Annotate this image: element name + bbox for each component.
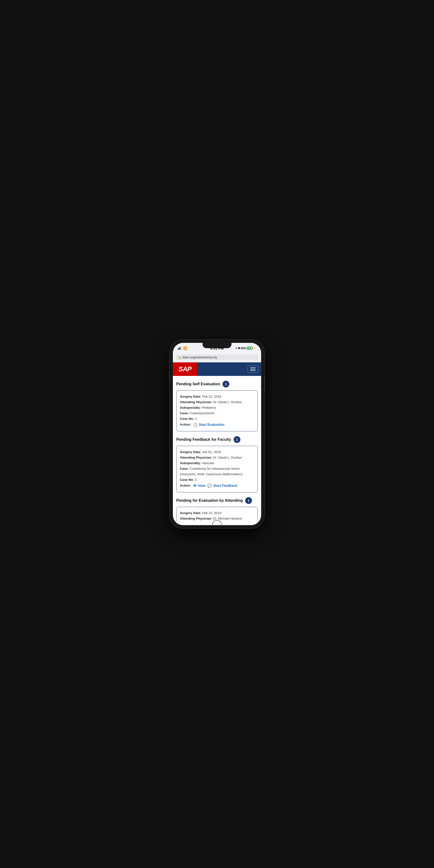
case-value-1: Craniosynostosis [190, 411, 215, 415]
start-evaluation-text: Start Evaluation [199, 422, 225, 428]
field-subspecialty-2: Subspecialty: Vascular [180, 461, 254, 466]
logo-text: SAP [179, 365, 192, 373]
surgery-date-label-3: Surgery Date: [180, 511, 201, 515]
case-label-2: Case: [180, 467, 189, 470]
attending-value-2: Dr. David L. Dunbar [213, 456, 242, 459]
section-title-feedback-faculty: Pending Feedback for Faculty [176, 437, 231, 442]
home-area [173, 522, 261, 525]
status-time: 4:01 PM [210, 346, 224, 350]
field-case-2: Case: Craniotomy for intravascular lesio… [180, 466, 254, 477]
section-header-self-eval: Pending Self Evaluation 1 [176, 381, 258, 388]
url-text: duke.surgicalautonomy.org [182, 355, 217, 359]
field-surgery-date-3: Surgery Date: Feb 22, 2019 [180, 510, 254, 516]
case-no-value-1: 2 [195, 417, 197, 421]
location-icon: ↗ [235, 347, 237, 350]
sap-logo[interactable]: SAP [173, 362, 197, 376]
badge-feedback-faculty: 1 [234, 436, 240, 443]
phone-screen: 📶 4:01 PM ↗ ✱ 82% ⚡ 🔒 duke.surgicalauton… [173, 343, 261, 525]
surgery-date-value-2: Jan 01, 2019 [202, 450, 221, 454]
attending-value-1: Dr. David L. Dunbar [213, 400, 242, 404]
field-surgery-date-2: Surgery Date: Jan 01, 2019 [180, 450, 254, 455]
status-left: 📶 [178, 346, 187, 350]
battery-fill [247, 347, 251, 349]
surgery-date-label-1: Surgery Date: [180, 395, 201, 398]
field-case-no-1: Case No: 2 [180, 416, 254, 422]
action-label-2: Action: [180, 483, 191, 489]
subspecialty-label-2: Subspecialty: [180, 461, 201, 465]
badge-self-eval: 1 [222, 381, 229, 388]
section-title-eval-attending: Pending for Evaluation by Attending [176, 498, 243, 503]
hamburger-line-3 [250, 370, 255, 371]
card-feedback-faculty: Surgery Date: Jan 01, 2019 Attending Phy… [176, 446, 258, 492]
action-label-1: Action: [180, 422, 191, 428]
surgery-date-value-1: Feb 22, 2019 [202, 395, 221, 398]
case-no-label-1: Case No: [180, 417, 194, 421]
nav-bar: SAP [173, 362, 261, 376]
url-bar: 🔒 duke.surgicalautonomy.org [173, 353, 261, 362]
view-icon: 👁 [193, 483, 197, 489]
subspecialty-value-1: Pediatrics [202, 406, 216, 409]
feedback-icon: 💬 [207, 483, 212, 489]
action-row-2: Action: 👁 View 💬 Start Feedback [180, 483, 254, 489]
view-text: View [198, 483, 206, 489]
wifi-icon: 📶 [183, 346, 187, 350]
battery-icon [247, 347, 252, 350]
status-right: ↗ ✱ 82% ⚡ [235, 347, 256, 350]
attending-label-3: Attending Physician: [180, 517, 212, 520]
view-link[interactable]: 👁 View [193, 483, 206, 489]
field-attending-2: Attending Physician: Dr. David L. Dunbar [180, 455, 254, 461]
case-label-1: Case: [180, 411, 189, 415]
badge-eval-attending: 1 [245, 497, 252, 504]
section-header-feedback-faculty: Pending Feedback for Faculty 1 [176, 436, 258, 443]
main-content: Pending Self Evaluation 1 Surgery Date: … [173, 376, 261, 522]
phone-frame: 📶 4:01 PM ↗ ✱ 82% ⚡ 🔒 duke.surgicalauton… [170, 340, 264, 528]
field-attending-1: Attending Physician: Dr. David L. Dunbar [180, 400, 254, 405]
battery-percent: 82% [241, 347, 246, 350]
field-case-no-2: Case No: 2 [180, 477, 254, 483]
status-bar: 📶 4:01 PM ↗ ✱ 82% ⚡ [173, 343, 261, 353]
hamburger-line-1 [250, 368, 255, 368]
section-title-self-eval: Pending Self Evaluation [176, 382, 220, 386]
start-evaluation-link[interactable]: 📋 Start Evaluation [193, 422, 225, 428]
field-subspecialty-1: Subspecialty: Pediatrics [180, 405, 254, 411]
lock-icon: 🔒 [178, 356, 181, 359]
field-surgery-date-1: Surgery Date: Feb 22, 2019 [180, 394, 254, 400]
subspecialty-label-1: Subspecialty: [180, 406, 201, 409]
url-bar-inner[interactable]: 🔒 duke.surgicalautonomy.org [176, 354, 258, 360]
start-feedback-link[interactable]: 💬 Start Feedback [207, 483, 237, 489]
hamburger-menu-button[interactable] [248, 365, 258, 373]
hamburger-line-2 [250, 369, 255, 369]
start-feedback-text: Start Feedback [213, 483, 237, 489]
case-no-value-2: 2 [195, 478, 197, 482]
card-eval-attending: Surgery Date: Feb 22, 2019 Attending Phy… [176, 507, 258, 522]
attending-label-1: Attending Physician: [180, 400, 212, 404]
attending-label-2: Attending Physician: [180, 456, 212, 459]
evaluation-icon: 📋 [193, 422, 198, 428]
case-no-label-2: Case No: [180, 478, 194, 482]
charging-icon: ⚡ [253, 347, 256, 350]
surgery-date-label-2: Surgery Date: [180, 450, 201, 454]
action-row-1: Action: 📋 Start Evaluation [180, 422, 254, 428]
bluetooth-icon: ✱ [238, 347, 240, 350]
surgery-date-value-3: Feb 22, 2019 [202, 511, 221, 515]
subspecialty-value-2: Vascular [202, 461, 215, 465]
attending-value-3: Dr. Michael Harland [213, 517, 242, 520]
section-header-eval-attending: Pending for Evaluation by Attending 1 [176, 497, 258, 504]
signal-icon [178, 347, 181, 350]
case-value-2: Craniotomy for intravascular lesion (Ane… [180, 467, 242, 476]
field-case-1: Case: Craniosynostosis [180, 411, 254, 416]
card-self-eval: Surgery Date: Feb 22, 2019 Attending Phy… [176, 390, 258, 431]
